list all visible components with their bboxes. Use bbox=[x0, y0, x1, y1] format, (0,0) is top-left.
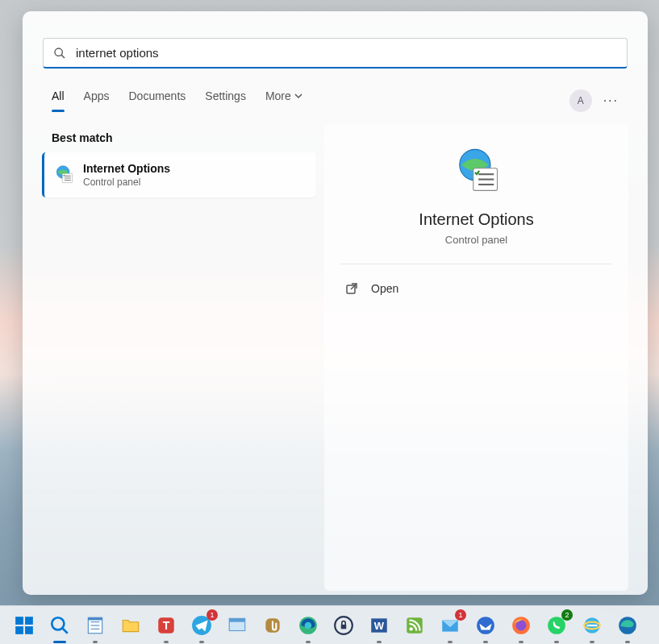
svg-line-15 bbox=[62, 628, 68, 634]
taskbar-app-generic[interactable] bbox=[224, 613, 250, 638]
detail-title: Internet Options bbox=[419, 210, 533, 229]
more-options-button[interactable]: ··· bbox=[603, 93, 619, 108]
svg-rect-25 bbox=[229, 618, 245, 621]
user-avatar[interactable]: A bbox=[569, 89, 592, 112]
tab-more-label: More bbox=[265, 89, 291, 102]
svg-point-36 bbox=[477, 617, 494, 634]
search-input[interactable] bbox=[76, 46, 617, 60]
detail-panel: Internet Options Control panel Open bbox=[324, 123, 628, 591]
taskbar-notepad[interactable] bbox=[82, 613, 108, 638]
tab-all[interactable]: All bbox=[52, 89, 65, 112]
results-column: Best match Internet Options Control pane… bbox=[42, 123, 316, 591]
taskbar-attachment[interactable] bbox=[260, 613, 286, 638]
tabs-row: All Apps Documents Settings More A ··· bbox=[23, 85, 648, 117]
taskbar-edge-alt[interactable] bbox=[615, 613, 640, 638]
taskbar-whatsapp[interactable]: 2 bbox=[544, 613, 569, 638]
open-action[interactable]: Open bbox=[340, 276, 612, 301]
svg-rect-30 bbox=[341, 624, 347, 628]
chevron-down-icon bbox=[294, 92, 302, 100]
svg-point-34 bbox=[410, 627, 413, 630]
taskbar-todoist[interactable]: T bbox=[153, 613, 179, 638]
svg-line-7 bbox=[61, 55, 65, 58]
result-internet-options[interactable]: Internet Options Control panel bbox=[42, 152, 316, 197]
telegram-badge: 1 bbox=[206, 609, 218, 621]
best-match-header: Best match bbox=[52, 131, 316, 144]
svg-rect-11 bbox=[25, 617, 33, 625]
tab-apps[interactable]: Apps bbox=[84, 89, 110, 112]
taskbar-rss[interactable] bbox=[402, 613, 428, 638]
svg-point-14 bbox=[52, 617, 64, 629]
internet-options-icon bbox=[52, 164, 75, 186]
taskbar-file-explorer[interactable] bbox=[118, 613, 144, 638]
internet-options-icon bbox=[449, 144, 504, 199]
svg-line-9 bbox=[351, 284, 357, 289]
taskbar-lock-app[interactable] bbox=[331, 613, 357, 638]
taskbar-mail[interactable]: 1 bbox=[437, 613, 463, 638]
taskbar-telegram[interactable]: 1 bbox=[189, 613, 215, 638]
mail-badge: 1 bbox=[455, 609, 466, 621]
svg-rect-20 bbox=[88, 617, 102, 620]
whatsapp-badge: 2 bbox=[561, 609, 573, 621]
svg-rect-42 bbox=[587, 624, 598, 625]
search-panel: All Apps Documents Settings More A ··· B… bbox=[23, 11, 648, 595]
search-box[interactable] bbox=[43, 38, 628, 69]
open-label: Open bbox=[371, 282, 398, 295]
taskbar-ie[interactable] bbox=[579, 613, 605, 638]
tab-settings[interactable]: Settings bbox=[205, 89, 246, 112]
taskbar-firefox[interactable] bbox=[508, 613, 534, 638]
result-title: Internet Options bbox=[83, 162, 170, 175]
detail-subtitle: Control panel bbox=[445, 234, 507, 246]
svg-rect-12 bbox=[15, 626, 23, 634]
taskbar-edge[interactable] bbox=[295, 613, 321, 638]
taskbar: T 1 W 1 2 bbox=[0, 605, 659, 644]
svg-point-28 bbox=[305, 621, 312, 629]
svg-text:T: T bbox=[163, 619, 170, 632]
svg-rect-13 bbox=[25, 626, 33, 634]
result-subtitle: Control panel bbox=[83, 177, 170, 188]
svg-rect-10 bbox=[15, 617, 23, 625]
tab-more[interactable]: More bbox=[265, 89, 302, 112]
open-icon bbox=[345, 282, 358, 295]
divider bbox=[340, 264, 612, 264]
taskbar-thunderbird[interactable] bbox=[473, 613, 498, 638]
taskbar-word[interactable]: W bbox=[366, 613, 392, 638]
svg-point-6 bbox=[55, 48, 62, 56]
search-button[interactable] bbox=[47, 613, 73, 638]
start-button[interactable] bbox=[11, 613, 37, 638]
svg-text:W: W bbox=[374, 620, 385, 632]
tab-documents[interactable]: Documents bbox=[128, 89, 186, 112]
search-icon bbox=[53, 47, 66, 60]
